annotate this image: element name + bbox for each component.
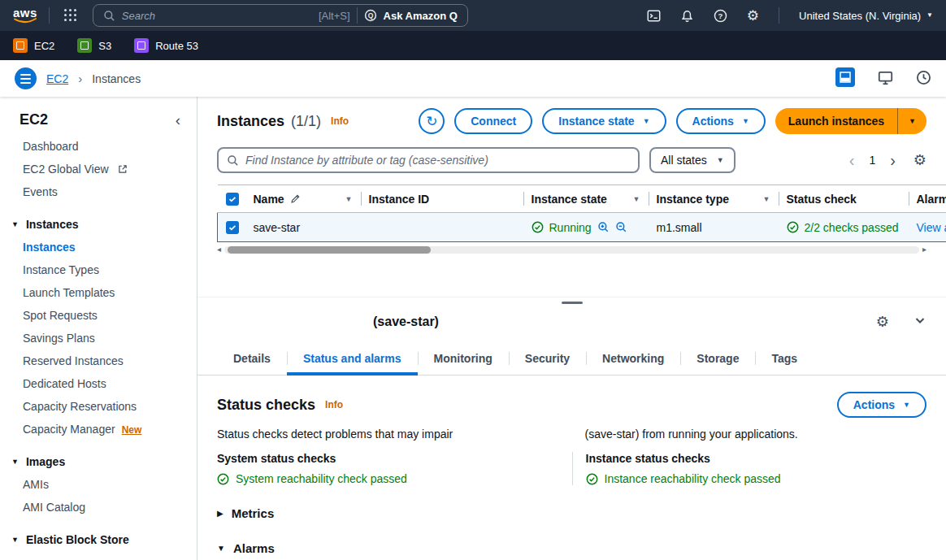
help-icon[interactable]: ? — [714, 9, 727, 23]
panel-preferences-gear-icon[interactable]: ⚙ — [876, 315, 889, 329]
services-menu-icon[interactable] — [64, 9, 78, 23]
column-header-instance-id[interactable]: Instance ID — [369, 193, 430, 206]
tab-label: Networking — [602, 352, 664, 365]
select-value: All states — [661, 154, 707, 167]
all-states-select[interactable]: All states ▼ — [649, 147, 736, 173]
sidebar-item-capacity-manager[interactable]: Capacity ManagerNew — [0, 418, 197, 441]
breadcrumb-separator: › — [78, 72, 82, 85]
current-page[interactable]: 1 — [869, 154, 875, 167]
column-header-name[interactable]: Name — [254, 193, 284, 206]
notifications-bell-icon[interactable] — [680, 9, 694, 23]
sidebar-item-dedicated-hosts[interactable]: Dedicated Hosts — [0, 372, 197, 395]
column-header-instance-state[interactable]: Instance state — [532, 193, 607, 206]
instance-state-button[interactable]: Instance state▼ — [542, 108, 666, 134]
sidebar-item-instance-types[interactable]: Instance Types — [0, 258, 197, 281]
filter-caret-icon[interactable]: ▼ — [633, 195, 640, 203]
instance-name: save-star — [254, 221, 301, 234]
menu-icon[interactable] — [15, 67, 37, 89]
table-header-row: Name ▼ Instance ID Instance state ▼ — [218, 185, 946, 213]
scrollbar-thumb[interactable] — [228, 246, 431, 254]
sidebar-collapse-icon[interactable]: ‹ — [176, 112, 180, 128]
sidebar-item-spot-requests[interactable]: Spot Requests — [0, 304, 197, 327]
tab-details[interactable]: Details — [217, 342, 287, 375]
table-toolbar: All states ▼ ‹ 1 › ⚙ — [217, 147, 926, 173]
table-preferences-gear-icon[interactable]: ⚙ — [913, 153, 926, 167]
tab-label: Status and alarms — [303, 352, 401, 365]
sidebar-item-savings-plans[interactable]: Savings Plans — [0, 327, 197, 349]
instance-status-checks: Instance status checks Instance reachabi… — [572, 452, 927, 485]
sidebar-section-instances[interactable]: ▼ Instances — [0, 213, 197, 236]
tab-monitoring[interactable]: Monitoring — [418, 342, 509, 375]
sidebar-item-instances[interactable]: Instances — [0, 236, 197, 258]
favorite-ec2[interactable]: EC2 — [13, 38, 54, 53]
select-all-checkbox[interactable] — [226, 193, 239, 206]
launch-dropdown-button[interactable]: ▼ — [898, 108, 926, 134]
button-label: Connect — [471, 115, 516, 128]
monitor-icon[interactable] — [878, 70, 893, 88]
refresh-button[interactable]: ↻ — [419, 108, 445, 134]
status-checks-header: Status checks Info Actions▼ — [217, 392, 926, 418]
tab-storage[interactable]: Storage — [680, 342, 755, 375]
row-checkbox[interactable] — [226, 221, 239, 234]
global-search[interactable]: [Alt+S] Q Ask Amazon Q — [93, 4, 468, 27]
cloudshell-icon[interactable] — [647, 9, 661, 23]
alarms-expander[interactable]: ▼ Alarms — [217, 541, 926, 555]
sidebar-item-launch-templates[interactable]: Launch Templates — [0, 281, 197, 304]
scroll-left-icon[interactable]: ◂ — [217, 245, 221, 254]
info-link[interactable]: Info — [331, 115, 349, 127]
sort-caret-icon[interactable]: ▼ — [345, 195, 353, 203]
launch-instances-button[interactable]: Launch instances — [775, 108, 897, 134]
svg-text:?: ? — [718, 11, 723, 20]
sidebar-section-elastic-block-store[interactable]: ▼ Elastic Block Store — [0, 528, 197, 551]
connect-button[interactable]: Connect — [454, 108, 532, 134]
zoom-in-icon[interactable] — [597, 221, 610, 233]
aws-logo[interactable]: aws — [13, 7, 37, 24]
page-title: Instances — [217, 113, 284, 130]
instances-count: (1/1) — [291, 113, 321, 130]
clock-icon[interactable] — [916, 70, 931, 88]
zoom-out-icon[interactable] — [615, 221, 627, 233]
horizontal-scrollbar[interactable]: ◂ ▸ — [217, 245, 926, 254]
column-header-instance-type[interactable]: Instance type — [657, 193, 729, 206]
actions-button[interactable]: Actions▼ — [676, 108, 766, 134]
tab-security[interactable]: Security — [509, 342, 586, 375]
sidebar-item-label: Launch Templates — [23, 286, 115, 299]
sidebar-section-images[interactable]: ▼ Images — [0, 450, 197, 473]
sidebar-item-events[interactable]: Events — [0, 180, 197, 203]
content-area: EC2 ‹ Dashboard EC2 Global View Events ▼… — [0, 97, 946, 560]
next-page-icon[interactable]: › — [890, 152, 896, 168]
region-selector[interactable]: United States (N. Virginia) ▼ — [799, 10, 933, 22]
sidebar-item-reserved-instances[interactable]: Reserved Instances — [0, 349, 197, 372]
tab-status-and-alarms[interactable]: Status and alarms — [287, 342, 418, 375]
previous-page-icon[interactable]: ‹ — [849, 152, 855, 168]
favorite-route53[interactable]: Route 53 — [134, 38, 198, 53]
split-panel-icon[interactable] — [835, 67, 855, 89]
caret-down-icon: ▼ — [903, 402, 910, 409]
tab-networking[interactable]: Networking — [586, 342, 680, 375]
filter-caret-icon[interactable]: ▼ — [763, 195, 770, 203]
find-instance-filter[interactable] — [217, 147, 640, 173]
sidebar-item-amis[interactable]: AMIs — [0, 473, 197, 496]
search-input[interactable] — [122, 10, 312, 22]
sidebar-item-label: Capacity Manager — [23, 423, 115, 436]
sidebar-item-capacity-reservations[interactable]: Capacity Reservations — [0, 395, 197, 418]
status-actions-button[interactable]: Actions▼ — [837, 392, 926, 418]
favorite-s3[interactable]: S3 — [77, 38, 111, 53]
ask-amazon-q-button[interactable]: Ask Amazon Q — [384, 10, 458, 22]
find-instance-input[interactable] — [245, 154, 630, 167]
column-header-status-check[interactable]: Status check — [787, 193, 857, 206]
metrics-expander[interactable]: ▶ Metrics — [217, 506, 926, 520]
breadcrumb-ec2-link[interactable]: EC2 — [46, 72, 68, 85]
sidebar-item-ami-catalog[interactable]: AMI Catalog — [0, 496, 197, 519]
scrollbar-track[interactable] — [224, 246, 919, 254]
column-header-alarm-status[interactable]: Alarm status — [917, 193, 946, 206]
info-link[interactable]: Info — [325, 399, 343, 410]
instance-table-row[interactable]: save-star Running m1.small — [218, 213, 946, 242]
sidebar-item-dashboard[interactable]: Dashboard — [0, 135, 197, 158]
sidebar-item-ec2-global-view[interactable]: EC2 Global View — [0, 158, 197, 180]
tab-tags[interactable]: Tags — [755, 342, 814, 375]
view-alarms-link[interactable]: View alarms — [917, 221, 946, 234]
panel-collapse-chevron-icon[interactable] — [913, 314, 926, 329]
scroll-right-icon[interactable]: ▸ — [922, 245, 926, 254]
settings-gear-icon[interactable]: ⚙ — [747, 9, 759, 23]
